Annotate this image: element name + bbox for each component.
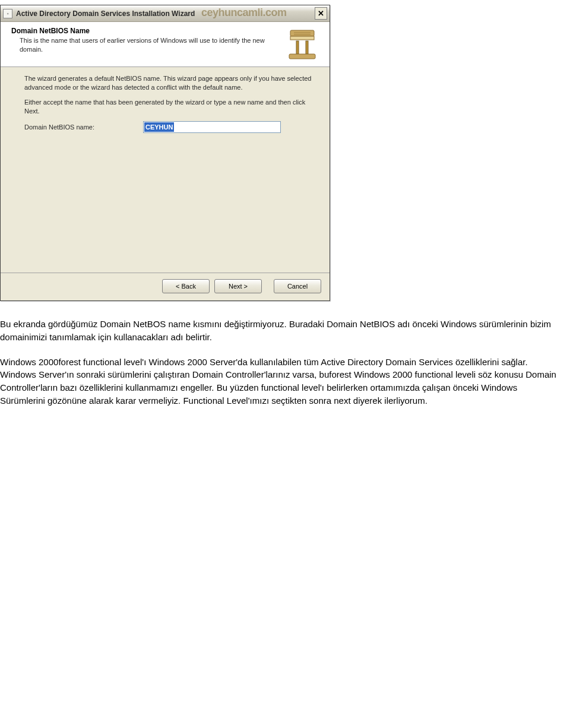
svg-rect-0 bbox=[290, 30, 314, 36]
netbios-input[interactable] bbox=[143, 121, 281, 133]
article-text: Bu ekranda gördüğümüz Domain NetBOS name… bbox=[0, 318, 563, 407]
wizard-content: The wizard generates a default NetBIOS n… bbox=[1, 67, 330, 273]
close-button[interactable]: ✕ bbox=[315, 7, 327, 20]
titlebar: ▫ Active Directory Domain Services Insta… bbox=[1, 5, 330, 22]
svg-rect-2 bbox=[296, 41, 299, 54]
article-para1: Bu ekranda gördüğümüz Domain NetBOS name… bbox=[0, 318, 563, 344]
article-para2: Windows 2000forest functional level'ı Wi… bbox=[0, 356, 563, 407]
app-icon: ▫ bbox=[3, 9, 12, 18]
banner-heading: Domain NetBIOS Name bbox=[11, 27, 276, 35]
cancel-button[interactable]: Cancel bbox=[274, 279, 321, 293]
netbios-field-row: Domain NetBIOS name: CEYHUN bbox=[24, 121, 315, 133]
netbios-input-wrap: CEYHUN bbox=[143, 121, 281, 133]
netbios-field-label: Domain NetBIOS name: bbox=[24, 124, 143, 131]
content-para1: The wizard generates a default NetBIOS n… bbox=[24, 74, 315, 92]
svg-rect-4 bbox=[289, 54, 315, 59]
wizard-banner: Domain NetBIOS Name This is the name tha… bbox=[1, 22, 330, 67]
svg-rect-1 bbox=[290, 36, 314, 40]
wizard-button-bar: < Back Next > Cancel bbox=[1, 273, 330, 300]
close-icon: ✕ bbox=[318, 9, 324, 18]
wizard-dialog: ▫ Active Directory Domain Services Insta… bbox=[0, 5, 330, 301]
ad-logo-icon bbox=[286, 28, 319, 61]
svg-rect-3 bbox=[306, 41, 308, 54]
banner-description: This is the name that users of earlier v… bbox=[20, 36, 276, 54]
window-title: Active Directory Domain Services Install… bbox=[16, 10, 315, 18]
content-para2: Either accept the name that has been gen… bbox=[24, 98, 315, 116]
next-button[interactable]: Next > bbox=[214, 279, 262, 293]
back-button[interactable]: < Back bbox=[162, 279, 210, 293]
